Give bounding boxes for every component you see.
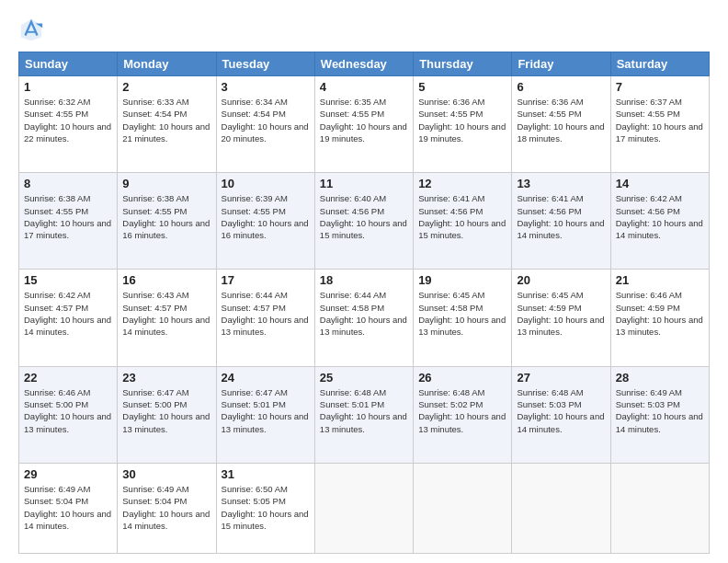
cell-text: Sunrise: 6:47 AMSunset: 5:01 PMDaylight:… xyxy=(222,387,309,434)
cell-text: Sunrise: 6:34 AMSunset: 4:54 PMDaylight:… xyxy=(222,97,309,144)
calendar-table: Sunday Monday Tuesday Wednesday Thursday… xyxy=(18,52,710,554)
table-row: 25Sunrise: 6:48 AMSunset: 5:01 PMDayligh… xyxy=(314,366,413,463)
table-row: 5Sunrise: 6:36 AMSunset: 4:55 PMDaylight… xyxy=(414,76,512,173)
table-row: 14Sunrise: 6:42 AMSunset: 4:56 PMDayligh… xyxy=(610,173,709,270)
cell-text: Sunrise: 6:46 AMSunset: 4:59 PMDaylight:… xyxy=(616,290,703,337)
table-row: 28Sunrise: 6:49 AMSunset: 5:03 PMDayligh… xyxy=(610,366,709,463)
day-number: 30 xyxy=(122,467,210,481)
cell-text: Sunrise: 6:37 AMSunset: 4:55 PMDaylight:… xyxy=(616,97,703,144)
cell-text: Sunrise: 6:48 AMSunset: 5:02 PMDaylight:… xyxy=(418,387,506,434)
cell-text: Sunrise: 6:43 AMSunset: 4:57 PMDaylight:… xyxy=(122,290,210,337)
cell-text: Sunrise: 6:42 AMSunset: 4:56 PMDaylight:… xyxy=(616,193,703,240)
cell-text: Sunrise: 6:49 AMSunset: 5:03 PMDaylight:… xyxy=(616,387,703,434)
table-row: 4Sunrise: 6:35 AMSunset: 4:55 PMDaylight… xyxy=(314,76,413,173)
cell-text: Sunrise: 6:36 AMSunset: 4:55 PMDaylight:… xyxy=(517,97,604,144)
day-number: 1 xyxy=(24,80,112,94)
day-number: 3 xyxy=(222,80,310,94)
cell-text: Sunrise: 6:41 AMSunset: 4:56 PMDaylight:… xyxy=(418,193,506,240)
table-row: 18Sunrise: 6:44 AMSunset: 4:58 PMDayligh… xyxy=(314,270,413,366)
header-row: Sunday Monday Tuesday Wednesday Thursday… xyxy=(19,52,710,76)
day-number: 4 xyxy=(320,80,408,94)
day-number: 23 xyxy=(122,371,210,385)
table-row: 6Sunrise: 6:36 AMSunset: 4:55 PMDaylight… xyxy=(512,76,610,173)
table-row: 21Sunrise: 6:46 AMSunset: 4:59 PMDayligh… xyxy=(610,270,709,366)
table-row xyxy=(610,463,709,553)
cell-text: Sunrise: 6:38 AMSunset: 4:55 PMDaylight:… xyxy=(122,193,210,240)
table-row xyxy=(314,463,413,553)
table-row: 9Sunrise: 6:38 AMSunset: 4:55 PMDaylight… xyxy=(118,173,216,270)
table-row: 29Sunrise: 6:49 AMSunset: 5:04 PMDayligh… xyxy=(19,463,118,553)
day-number: 20 xyxy=(517,273,605,287)
cell-text: Sunrise: 6:48 AMSunset: 5:03 PMDaylight:… xyxy=(517,387,604,434)
col-sunday: Sunday xyxy=(19,52,118,76)
cell-text: Sunrise: 6:41 AMSunset: 4:56 PMDaylight:… xyxy=(517,193,604,240)
day-number: 21 xyxy=(616,273,704,287)
table-row: 3Sunrise: 6:34 AMSunset: 4:54 PMDaylight… xyxy=(216,76,314,173)
top-section xyxy=(18,17,710,42)
col-saturday: Saturday xyxy=(610,52,709,76)
day-number: 16 xyxy=(122,273,210,287)
table-row: 24Sunrise: 6:47 AMSunset: 5:01 PMDayligh… xyxy=(216,366,314,463)
table-row: 7Sunrise: 6:37 AMSunset: 4:55 PMDaylight… xyxy=(610,76,709,173)
logo xyxy=(18,17,50,42)
day-number: 25 xyxy=(320,371,408,385)
day-number: 12 xyxy=(418,177,506,190)
cell-text: Sunrise: 6:49 AMSunset: 5:04 PMDaylight:… xyxy=(24,484,111,531)
cell-text: Sunrise: 6:40 AMSunset: 4:56 PMDaylight:… xyxy=(320,193,407,240)
table-row: 22Sunrise: 6:46 AMSunset: 5:00 PMDayligh… xyxy=(19,366,118,463)
day-number: 11 xyxy=(320,177,408,190)
table-row xyxy=(414,463,512,553)
cell-text: Sunrise: 6:50 AMSunset: 5:05 PMDaylight:… xyxy=(222,484,309,531)
day-number: 17 xyxy=(222,273,310,287)
cell-text: Sunrise: 6:42 AMSunset: 4:57 PMDaylight:… xyxy=(24,290,111,337)
table-row xyxy=(512,463,610,553)
cell-text: Sunrise: 6:44 AMSunset: 4:58 PMDaylight:… xyxy=(320,290,407,337)
col-friday: Friday xyxy=(512,52,610,76)
cell-text: Sunrise: 6:32 AMSunset: 4:55 PMDaylight:… xyxy=(24,97,111,144)
day-number: 15 xyxy=(24,273,112,287)
cell-text: Sunrise: 6:49 AMSunset: 5:04 PMDaylight:… xyxy=(122,484,210,531)
table-row: 17Sunrise: 6:44 AMSunset: 4:57 PMDayligh… xyxy=(216,270,314,366)
table-row: 13Sunrise: 6:41 AMSunset: 4:56 PMDayligh… xyxy=(512,173,610,270)
day-number: 29 xyxy=(24,467,112,481)
table-row: 31Sunrise: 6:50 AMSunset: 5:05 PMDayligh… xyxy=(216,463,314,553)
day-number: 9 xyxy=(122,177,210,190)
col-thursday: Thursday xyxy=(414,52,512,76)
day-number: 14 xyxy=(616,177,704,190)
day-number: 27 xyxy=(517,371,605,385)
cell-text: Sunrise: 6:33 AMSunset: 4:54 PMDaylight:… xyxy=(122,97,210,144)
logo-icon xyxy=(18,17,44,42)
day-number: 18 xyxy=(320,273,408,287)
table-row: 19Sunrise: 6:45 AMSunset: 4:58 PMDayligh… xyxy=(414,270,512,366)
day-number: 6 xyxy=(517,80,605,94)
day-number: 22 xyxy=(24,371,112,385)
table-row: 26Sunrise: 6:48 AMSunset: 5:02 PMDayligh… xyxy=(414,366,512,463)
cell-text: Sunrise: 6:46 AMSunset: 5:00 PMDaylight:… xyxy=(24,387,111,434)
col-tuesday: Tuesday xyxy=(216,52,314,76)
col-wednesday: Wednesday xyxy=(314,52,413,76)
table-row: 10Sunrise: 6:39 AMSunset: 4:55 PMDayligh… xyxy=(216,173,314,270)
table-row: 2Sunrise: 6:33 AMSunset: 4:54 PMDaylight… xyxy=(118,76,216,173)
cell-text: Sunrise: 6:47 AMSunset: 5:00 PMDaylight:… xyxy=(122,387,210,434)
cell-text: Sunrise: 6:36 AMSunset: 4:55 PMDaylight:… xyxy=(418,97,506,144)
cell-text: Sunrise: 6:38 AMSunset: 4:55 PMDaylight:… xyxy=(24,193,111,240)
cell-text: Sunrise: 6:45 AMSunset: 4:59 PMDaylight:… xyxy=(517,290,604,337)
day-number: 5 xyxy=(418,80,506,94)
page: Sunday Monday Tuesday Wednesday Thursday… xyxy=(0,0,728,563)
table-row: 1Sunrise: 6:32 AMSunset: 4:55 PMDaylight… xyxy=(19,76,118,173)
day-number: 7 xyxy=(616,80,704,94)
col-monday: Monday xyxy=(118,52,216,76)
cell-text: Sunrise: 6:35 AMSunset: 4:55 PMDaylight:… xyxy=(320,97,407,144)
day-number: 19 xyxy=(418,273,506,287)
cell-text: Sunrise: 6:39 AMSunset: 4:55 PMDaylight:… xyxy=(222,193,309,240)
table-row: 15Sunrise: 6:42 AMSunset: 4:57 PMDayligh… xyxy=(19,270,118,366)
cell-text: Sunrise: 6:48 AMSunset: 5:01 PMDaylight:… xyxy=(320,387,407,434)
table-row: 8Sunrise: 6:38 AMSunset: 4:55 PMDaylight… xyxy=(19,173,118,270)
table-row: 12Sunrise: 6:41 AMSunset: 4:56 PMDayligh… xyxy=(414,173,512,270)
day-number: 26 xyxy=(418,371,506,385)
cell-text: Sunrise: 6:44 AMSunset: 4:57 PMDaylight:… xyxy=(222,290,309,337)
table-row: 30Sunrise: 6:49 AMSunset: 5:04 PMDayligh… xyxy=(118,463,216,553)
table-row: 27Sunrise: 6:48 AMSunset: 5:03 PMDayligh… xyxy=(512,366,610,463)
cell-text: Sunrise: 6:45 AMSunset: 4:58 PMDaylight:… xyxy=(418,290,506,337)
day-number: 24 xyxy=(222,371,310,385)
